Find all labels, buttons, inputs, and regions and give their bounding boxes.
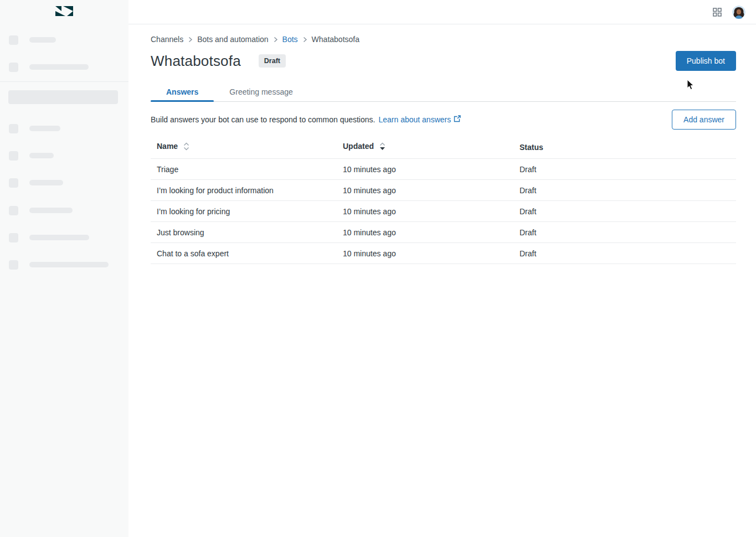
external-link-icon [454,115,461,124]
learn-link-label: Learn about answers [378,115,451,124]
answer-name-cell: Triage [151,159,337,180]
answer-name-cell: I’m looking for product information [151,180,337,201]
answer-updated-cell: 10 minutes ago [337,159,513,180]
sidebar-skeleton-label [29,180,63,185]
column-header-name[interactable]: Name [151,136,337,159]
user-avatar[interactable] [732,6,745,19]
tab-bar: Answers Greeting message [151,82,736,102]
column-label: Status [520,143,543,152]
sidebar-divider [0,81,128,82]
sort-icon-unsorted[interactable] [183,143,189,152]
table-row[interactable]: I’m looking for product information 10 m… [151,180,736,201]
answer-status-cell: Draft [513,180,736,201]
sidebar-skeleton-icon [9,233,18,242]
tab-answers[interactable]: Answers [151,82,214,101]
answers-description: Build answers your bot can use to respon… [151,115,375,124]
chevron-right-icon [302,37,307,42]
answers-section-header: Build answers your bot can use to respon… [151,110,736,130]
sidebar-skeleton-label [29,262,109,267]
page-title-row: Whatabotsofa Draft Publish bot [151,51,736,71]
column-header-updated[interactable]: Updated [337,136,513,159]
tab-greeting-message[interactable]: Greeting message [214,82,308,101]
answer-status-cell: Draft [513,201,736,222]
answer-updated-cell: 10 minutes ago [337,222,513,243]
main-content: Channels Bots and automation Bots Whatab… [128,25,756,537]
sidebar [0,0,128,537]
column-label: Updated [343,142,374,151]
table-row[interactable]: Triage 10 minutes ago Draft [151,159,736,180]
sidebar-skeleton-label [29,208,73,213]
add-answer-button[interactable]: Add answer [672,110,736,130]
column-header-status: Status [513,136,736,159]
sidebar-skeleton-label [29,235,89,240]
sidebar-skeleton-label [29,37,56,43]
status-badge: Draft [259,54,286,68]
sidebar-skeleton-label [29,153,54,158]
apps-grid-icon[interactable] [713,8,722,17]
column-label: Name [157,142,178,151]
breadcrumb: Channels Bots and automation Bots Whatab… [151,35,736,44]
answer-name-cell: Just browsing [151,222,337,243]
answer-updated-cell: 10 minutes ago [337,201,513,222]
answer-name-cell: I’m looking for pricing [151,201,337,222]
sidebar-skeleton-icon [9,260,18,270]
answers-table: Name Updated Status Triage 10 minutes ag… [151,136,736,264]
answer-updated-cell: 10 minutes ago [337,243,513,264]
publish-bot-button[interactable]: Publish bot [676,51,736,71]
breadcrumb-current: Whatabotsofa [312,35,359,44]
sidebar-skeleton-icon [9,178,18,188]
sidebar-skeleton-label [29,64,89,70]
answer-status-cell: Draft [513,222,736,243]
sidebar-skeleton-icon [9,124,18,133]
zendesk-logo-icon[interactable] [54,4,74,18]
table-row[interactable]: Just browsing 10 minutes ago Draft [151,222,736,243]
table-row[interactable]: I’m looking for pricing 10 minutes ago D… [151,201,736,222]
answer-status-cell: Draft [513,243,736,264]
sidebar-skeleton-label [29,126,60,131]
sidebar-skeleton-icon [9,151,18,161]
chevron-right-icon [273,37,278,42]
sidebar-skeleton-icon [9,206,18,215]
breadcrumb-bots-and-automation[interactable]: Bots and automation [197,35,268,44]
answer-updated-cell: 10 minutes ago [337,180,513,201]
chevron-right-icon [188,37,193,42]
sidebar-skeleton-icon [9,63,18,72]
answer-status-cell: Draft [513,159,736,180]
page-title: Whatabotsofa [151,53,241,70]
breadcrumb-channels[interactable]: Channels [151,35,183,44]
breadcrumb-bots[interactable]: Bots [282,35,298,44]
sidebar-skeleton-icon [9,35,18,45]
answer-name-cell: Chat to a sofa expert [151,243,337,264]
table-row[interactable]: Chat to a sofa expert 10 minutes ago Dra… [151,243,736,264]
sidebar-skeleton-search [8,90,118,104]
sort-icon-descending[interactable] [379,143,385,152]
table-header-row: Name Updated Status [151,136,736,159]
learn-about-answers-link[interactable]: Learn about answers [378,115,461,124]
top-header [128,0,756,24]
